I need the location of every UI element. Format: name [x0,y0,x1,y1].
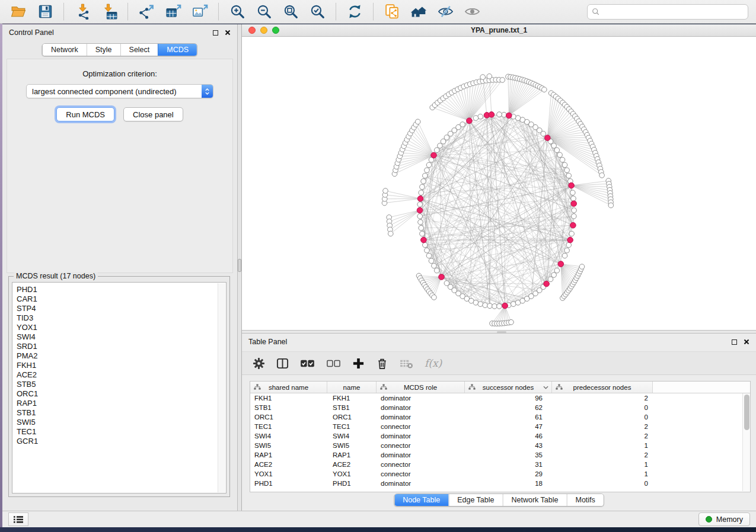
splitter-grip[interactable] [238,259,241,272]
splitter-grip[interactable] [497,331,506,333]
tab-network-table[interactable]: Network Table [503,494,567,506]
clone-network-button[interactable] [382,2,401,21]
mcds-result-item[interactable]: RAP1 [17,399,217,408]
memory-button[interactable]: Memory [698,512,750,526]
search-box[interactable] [587,4,748,20]
table-row[interactable]: ACE2ACE2connector311 [250,460,742,469]
mcds-result-list[interactable]: PHD1CAR1STP4TID3YOX1SWI4SRD1PMA2FKH1ACE2… [12,282,227,493]
vertical-splitter[interactable] [238,24,242,511]
zoom-in-button[interactable] [228,2,247,21]
table-cell: 61 [465,414,552,421]
zoom-selected-button[interactable] [308,2,327,21]
column-header-successor-nodes[interactable]: successor nodes [465,382,552,393]
float-panel-icon[interactable] [213,30,218,36]
deselect-all-button[interactable] [326,358,342,369]
table-cell: 47 [465,423,552,430]
memory-status-dot [706,516,712,523]
column-view-button[interactable] [276,357,289,370]
tab-mcds[interactable]: MCDS [158,44,197,56]
tab-node-table[interactable]: Node Table [394,494,448,506]
table-cell: YOX1 [327,470,377,477]
table-row[interactable]: RAP1RAP1dominator352 [250,450,742,460]
save-disk-button[interactable] [36,2,55,21]
zoom-out-button[interactable] [254,2,273,21]
table-row[interactable]: SWI5SWI5connector431 [250,441,742,450]
float-panel-icon[interactable] [732,339,737,345]
mcds-result-item[interactable]: FKH1 [17,361,217,370]
scrollbar-thumb[interactable] [744,395,749,430]
mcds-result-item[interactable]: GCR1 [17,437,217,446]
window-minimize-button[interactable] [260,27,267,34]
attribute-tree-icon [254,384,261,390]
mcds-result-item[interactable]: TID3 [17,313,217,323]
mcds-result-item[interactable]: ACE2 [17,370,217,380]
hide-details-eye-button[interactable] [436,2,455,21]
function-builder-button[interactable]: f(x) [424,357,442,370]
gear-button[interactable] [252,357,266,370]
export-image-button[interactable] [190,2,209,21]
mcds-result-item[interactable]: STB1 [17,408,217,418]
import-table-button[interactable] [100,2,119,21]
houses-button[interactable] [409,2,428,21]
column-header-mcds-role[interactable]: MCDS role [377,382,465,393]
sort-indicator-icon[interactable] [543,386,548,389]
column-header-name[interactable]: name [327,382,377,393]
tab-style[interactable]: Style [87,44,120,56]
function-builder-icon: f(x) [425,357,442,369]
table-row[interactable]: STB1STB1dominator620 [250,403,742,412]
network-window-titlebar[interactable]: YPA_prune.txt_1 [242,24,756,37]
criterion-select[interactable]: largest connected component (undirected) [26,84,213,98]
table-scrollbar[interactable] [742,393,750,491]
select-all-button[interactable] [299,358,315,369]
window-close-button[interactable] [248,27,256,34]
refresh-button[interactable] [345,2,364,21]
task-history-button[interactable] [8,512,28,526]
select-all-icon [300,358,315,368]
delete-table-button[interactable] [399,357,414,370]
mcds-result-item[interactable]: PMA2 [17,351,217,361]
column-header-predecessor-nodes[interactable]: predecessor nodes [552,382,653,393]
import-network-button[interactable] [73,2,92,21]
table-row[interactable]: FKH1FKH1dominator962 [250,393,742,403]
search-input[interactable] [603,7,744,16]
close-panel-button[interactable]: Close panel [123,107,183,121]
table-cell: 46 [465,432,552,440]
run-mcds-button[interactable]: Run MCDS [56,107,114,121]
mcds-result-item[interactable]: TEC1 [17,427,217,437]
close-panel-icon[interactable] [225,30,231,36]
table-cell: TEC1 [250,423,327,430]
attribute-tree-icon [556,384,563,390]
table-row[interactable]: YOX1YOX1connector291 [250,469,742,479]
open-folder-button[interactable] [9,2,28,21]
add-column-button[interactable] [352,357,365,370]
delete-column-button[interactable] [375,357,389,370]
list-scrollbar[interactable] [218,283,225,492]
table-row[interactable]: PHD1PHD1dominator180 [250,479,742,488]
mcds-result-item[interactable]: SWI4 [17,332,217,342]
table-row[interactable]: ORC1ORC1dominator610 [250,412,742,422]
show-details-eye-button[interactable] [462,2,481,21]
table-row[interactable]: TEC1TEC1connector472 [250,422,742,431]
tab-select[interactable]: Select [120,44,158,56]
table-row[interactable]: SWI4SWI4dominator462 [250,431,742,441]
tab-edge-table[interactable]: Edge Table [448,494,502,506]
mcds-result-item[interactable]: CAR1 [17,294,217,304]
mcds-result-item[interactable]: PHD1 [17,285,217,294]
tab-network[interactable]: Network [43,44,87,56]
zoom-fit-button[interactable] [281,2,300,21]
export-table-button[interactable] [164,2,183,21]
mcds-result-item[interactable]: STB5 [17,380,217,389]
column-label: predecessor nodes [573,384,631,391]
mcds-result-item[interactable]: SRD1 [17,342,217,351]
mcds-result-item[interactable]: STP4 [17,304,217,313]
tab-motifs[interactable]: Motifs [566,494,603,506]
column-label: successor nodes [483,384,534,391]
mcds-result-item[interactable]: SWI5 [17,418,217,427]
window-zoom-button[interactable] [272,27,279,34]
column-header-shared-name[interactable]: shared name [250,382,327,393]
close-panel-icon[interactable] [744,339,749,345]
mcds-result-item[interactable]: YOX1 [17,323,217,332]
network-graph[interactable] [242,37,756,329]
mcds-result-item[interactable]: ORC1 [17,389,217,399]
export-network-button[interactable] [137,2,156,21]
